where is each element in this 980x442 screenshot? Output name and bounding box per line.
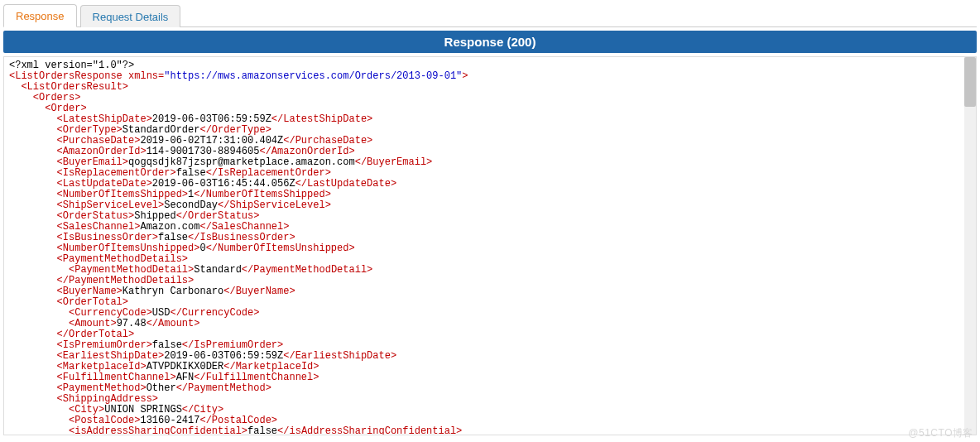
tab-response[interactable]: Response: [3, 4, 77, 27]
scroll-thumb[interactable]: [964, 57, 976, 107]
tab-bar: Response Request Details: [3, 3, 977, 27]
xml-response-panel: <?xml version="1.0"?> <ListOrdersRespons…: [3, 56, 977, 435]
response-status-banner: Response (200): [3, 31, 977, 53]
tab-request-details[interactable]: Request Details: [80, 5, 181, 27]
xml-body: <?xml version="1.0"?> <ListOrdersRespons…: [4, 57, 976, 435]
scrollbar[interactable]: [964, 57, 976, 435]
